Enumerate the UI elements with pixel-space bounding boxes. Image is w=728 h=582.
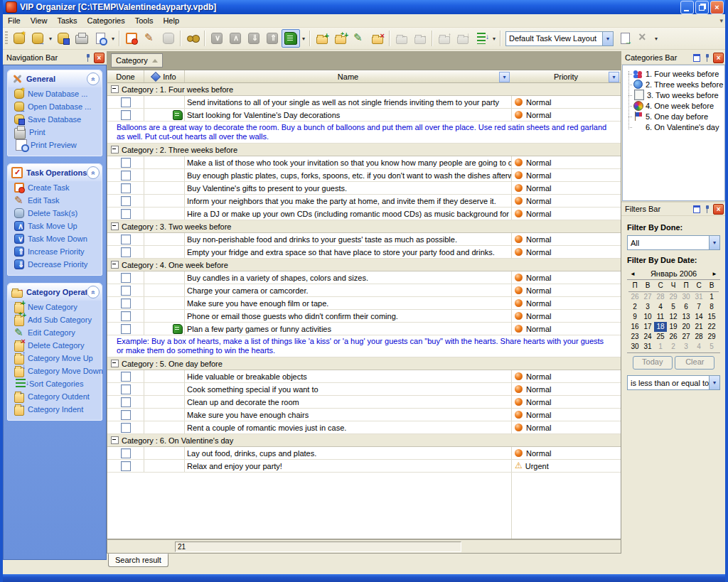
float-icon[interactable] (692, 53, 701, 63)
pin-icon[interactable] (702, 205, 712, 214)
task-row[interactable]: Lay out food, drinks, cups and plates.No… (107, 447, 621, 460)
menu-help[interactable]: Help (158, 15, 184, 26)
category-tree-item-1[interactable]: 1. Four weeks before (623, 68, 724, 79)
nav-item-increase-priority[interactable]: Increase Priority (8, 245, 102, 258)
group-by-category-button[interactable]: Category (111, 53, 163, 68)
layout-combo[interactable]: Default Task View Layout▾ (505, 31, 614, 46)
calendar-day[interactable]: 17 (641, 322, 654, 332)
task-checkbox[interactable] (121, 286, 131, 296)
calendar-day[interactable]: 24 (641, 332, 654, 342)
edit-category-button[interactable] (350, 29, 368, 48)
category-group-header[interactable]: Category : 6. On Valentine's day (107, 434, 621, 447)
calendar-day[interactable]: 14 (692, 312, 705, 322)
calendar-day[interactable]: 13 (680, 312, 692, 322)
task-checkbox[interactable] (121, 209, 131, 219)
task-checkbox[interactable] (121, 448, 131, 458)
menu-tools[interactable]: Tools (130, 15, 159, 26)
calendar-day[interactable]: 31 (641, 342, 654, 352)
task-checkbox[interactable] (121, 324, 131, 334)
calendar-day[interactable]: 30 (680, 292, 692, 302)
calendar-day[interactable]: 9 (628, 312, 641, 322)
nav-item-category-move-down[interactable]: Category Move Down (8, 365, 102, 377)
task-checkbox[interactable] (121, 235, 131, 244)
calendar-day[interactable]: 21 (692, 322, 705, 332)
calendar-day[interactable]: 29 (705, 332, 718, 342)
calendar-day[interactable]: 2 (628, 302, 641, 312)
calendar-day[interactable]: 31 (692, 292, 705, 302)
category-tree-item-2[interactable]: 2. Three weeks before (623, 79, 724, 90)
collapse-box-icon[interactable] (111, 360, 119, 367)
nav-item-edit-task[interactable]: Edit Task (8, 194, 102, 207)
column-header-done[interactable]: Done (107, 70, 144, 82)
apply-layout-button[interactable] (616, 29, 634, 48)
nav-item-new-database[interactable]: New Database ... (8, 87, 102, 100)
category-tree-item-6[interactable]: 6. On Valentine's day (623, 122, 724, 132)
clear-button[interactable]: Clear (675, 356, 714, 370)
calendar-day[interactable]: 20 (680, 322, 692, 332)
column-header-priority[interactable]: Priority ▾ (511, 70, 621, 82)
task-row[interactable]: Hire a DJ or make up your own CDs (inclu… (107, 208, 621, 220)
dropdown-arrow-icon[interactable]: ▾ (709, 376, 719, 389)
calendar-day[interactable]: 30 (628, 342, 641, 352)
nav-item-save-database[interactable]: Save Database (8, 113, 102, 126)
open-database-button-dropdown[interactable]: ▾ (47, 30, 54, 47)
calendar-next-month-arrow[interactable]: ► (709, 271, 720, 277)
dropdown-arrow-icon[interactable]: ▾ (602, 32, 613, 45)
category-group-header[interactable]: Category : 1. Four weeks before (107, 83, 621, 96)
task-row[interactable]: Make a list of those who took your invit… (107, 156, 621, 169)
calendar-day[interactable]: 1 (705, 292, 718, 302)
task-row[interactable]: Rent a couple of romantic movies just in… (107, 421, 621, 434)
column-header-name[interactable]: Name ▾ (185, 70, 511, 82)
new-category-button[interactable] (313, 29, 331, 48)
task-checkbox[interactable] (121, 196, 131, 206)
delete-category-button[interactable] (368, 29, 387, 48)
calendar-day[interactable]: 27 (680, 332, 692, 342)
priority-filter-dropdown[interactable]: ▾ (609, 72, 619, 82)
calendar-day[interactable]: 27 (641, 292, 654, 302)
task-row[interactable]: Make sure you have enough chairsNormal (107, 409, 621, 421)
calendar-day[interactable]: 28 (692, 332, 705, 342)
nav-item-delete-task-s[interactable]: Delete Task(s) (8, 207, 102, 220)
restore-button[interactable] (695, 1, 709, 14)
calendar-day[interactable]: 25 (654, 332, 667, 342)
filter-done-select[interactable]: All ▾ (627, 235, 720, 250)
collapse-box-icon[interactable] (111, 222, 119, 230)
create-task-button[interactable] (122, 29, 141, 48)
task-row[interactable]: Relax and enjoy your party!⚠Urgent (107, 460, 621, 473)
close-icon[interactable]: × (713, 204, 724, 215)
calendar-day[interactable]: 11 (654, 312, 667, 322)
task-checkbox[interactable] (121, 247, 131, 257)
dropdown-arrow-icon[interactable]: ▾ (709, 236, 719, 249)
sort-categories-button-dropdown[interactable]: ▾ (491, 30, 498, 47)
calendar-day[interactable]: 28 (654, 292, 667, 302)
close-icon[interactable]: × (713, 53, 724, 63)
collapse-chevron-icon[interactable]: » (87, 72, 100, 85)
category-group-header[interactable]: Category : 4. One week before (107, 259, 621, 271)
menu-tasks[interactable]: Tasks (52, 15, 82, 26)
calendar-prev-month-arrow[interactable]: ◄ (627, 271, 638, 277)
calendar-day[interactable]: 2 (667, 342, 680, 352)
nav-item-print[interactable]: Print (8, 126, 102, 139)
task-row[interactable]: Start looking for Valentine's Day decora… (107, 109, 621, 122)
calendar-day[interactable]: 1 (654, 342, 667, 352)
category-group-header[interactable]: Category : 3. Two weeks before (107, 220, 621, 233)
name-filter-dropdown[interactable]: ▾ (499, 72, 510, 82)
collapse-box-icon[interactable] (111, 146, 119, 153)
menu-categories[interactable]: Categories (82, 15, 130, 26)
calendar-day-selected[interactable]: 18 (654, 322, 667, 332)
collapse-box-icon[interactable] (111, 436, 119, 444)
collapse-box-icon[interactable] (111, 85, 119, 93)
calendar-day[interactable]: 12 (667, 312, 680, 322)
due-date-condition-select[interactable]: is less than or equal to ▾ (627, 375, 720, 390)
task-row[interactable]: Clean up and decorate the roomNormal (107, 396, 621, 409)
find-button[interactable] (183, 29, 202, 48)
task-row[interactable]: Empty your fridge and extra space so tha… (107, 246, 621, 259)
nav-item-decrease-priority[interactable]: Decrease Priority (8, 258, 102, 271)
menu-view[interactable]: View (26, 15, 53, 26)
tab-search-result[interactable]: Search result (108, 554, 168, 567)
task-row[interactable]: Plan a few party games or funny activiti… (107, 323, 621, 335)
task-checkbox[interactable] (121, 273, 131, 283)
close-icon[interactable]: × (94, 53, 105, 63)
nav-item-create-task[interactable]: Create Task (8, 181, 102, 194)
collapse-box-icon[interactable] (111, 261, 119, 269)
